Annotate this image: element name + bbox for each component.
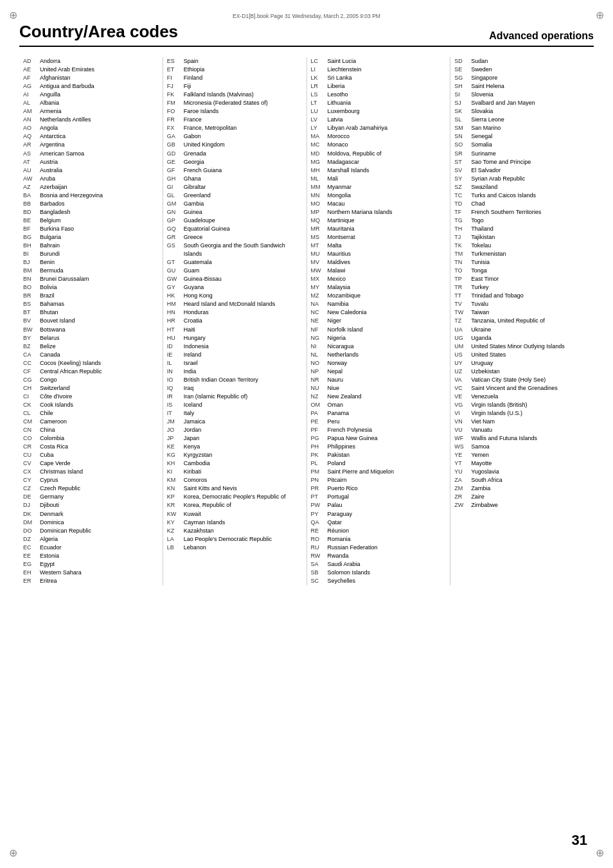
country-code: MO — [311, 200, 325, 208]
country-name: Macau — [328, 200, 447, 208]
country-code: KM — [167, 476, 181, 484]
country-name: Cameroon — [40, 418, 159, 426]
country-code: TV — [454, 300, 468, 308]
country-code: AR — [23, 141, 37, 149]
table-row: TGTogo — [454, 217, 590, 225]
column-0: ADAndorraAEUnited Arab EmiratesAFAfghani… — [19, 57, 163, 585]
table-row: LRLiberia — [311, 82, 447, 91]
country-name: Austria — [40, 158, 159, 166]
country-name: Burkina Faso — [40, 225, 159, 233]
country-name: Turkmenistan — [471, 250, 590, 258]
table-row: AMArmenia — [23, 107, 159, 116]
country-code: PG — [311, 434, 325, 443]
country-code: MD — [311, 150, 325, 158]
country-name: Papua New Guinea — [328, 434, 447, 443]
country-code: CY — [23, 476, 37, 484]
country-code: HN — [167, 308, 181, 317]
country-code: KZ — [167, 527, 181, 535]
country-name: Hong Kong — [184, 292, 303, 300]
country-code: FJ — [167, 82, 181, 91]
table-row: IOBritish Indian Ocean Territory — [167, 376, 303, 384]
country-code: PL — [311, 459, 325, 468]
table-row: IEIreland — [167, 351, 303, 359]
country-code: PK — [311, 451, 325, 459]
country-code: BE — [23, 217, 37, 225]
country-code: TK — [454, 242, 468, 250]
country-code: AW — [23, 175, 37, 183]
table-row: KMComoros — [167, 476, 303, 484]
country-code: IO — [167, 376, 181, 384]
country-name: Kenya — [184, 443, 303, 451]
country-code: NF — [311, 326, 325, 334]
country-code: GI — [167, 183, 181, 191]
country-code: ZW — [454, 501, 468, 509]
country-name: Mali — [328, 175, 447, 183]
country-code: PE — [311, 418, 325, 426]
country-code: MT — [311, 242, 325, 250]
country-name: Swaziland — [471, 183, 590, 191]
table-row: MTMalta — [311, 242, 447, 250]
country-name: Cambodia — [184, 459, 303, 468]
country-name: Turkey — [471, 283, 590, 292]
country-name: Greece — [184, 233, 303, 242]
country-name: Israel — [184, 359, 303, 368]
table-row: UGUganda — [454, 334, 590, 342]
table-row: KNSaint Kitts and Nevis — [167, 484, 303, 493]
country-code: MG — [311, 158, 325, 166]
country-code: GN — [167, 208, 181, 217]
country-name: Cocos (Keeling) Islands — [40, 359, 159, 368]
country-name: New Caledonia — [328, 308, 447, 317]
column-2: LCSaint LuciaLILiechtensteinLKSri LankaL… — [307, 57, 451, 585]
table-row: UZUzbekistan — [454, 368, 590, 376]
table-row: MNMongolia — [311, 191, 447, 200]
country-code: RE — [311, 527, 325, 535]
country-name: South Africa — [471, 476, 590, 484]
table-row: HTHaiti — [167, 326, 303, 334]
country-name: Ireland — [184, 351, 303, 359]
table-row: GQEquatorial Guinea — [167, 225, 303, 233]
country-name: Belgium — [40, 217, 159, 225]
country-code: NG — [311, 334, 325, 342]
country-code: MS — [311, 233, 325, 242]
page-number: 31 — [572, 832, 587, 849]
table-row: MXMexico — [311, 275, 447, 283]
country-code: CX — [23, 468, 37, 476]
country-code: AU — [23, 166, 37, 175]
country-name: Saint Pierre and Miquelon — [328, 468, 447, 476]
table-row: FOFaroe Islands — [167, 107, 303, 116]
table-row: ASAmerican Samoa — [23, 150, 159, 158]
table-row: TFFrench Southern Territories — [454, 208, 590, 217]
country-code: PF — [311, 426, 325, 434]
table-row: YEYemen — [454, 451, 590, 459]
country-code: SR — [454, 150, 468, 158]
table-row: BWBotswana — [23, 326, 159, 334]
country-name: Czech Republic — [40, 484, 159, 493]
table-row: UYUruguay — [454, 359, 590, 368]
table-row: GNGuinea — [167, 208, 303, 217]
table-row: DODominican Republic — [23, 527, 159, 535]
country-name: Vanuatu — [471, 426, 590, 434]
country-name: Liechtenstein — [328, 66, 447, 74]
table-row: GBUnited Kingdom — [167, 141, 303, 149]
country-name: Cyprus — [40, 476, 159, 484]
table-row: PWPalau — [311, 501, 447, 509]
country-code: US — [454, 351, 468, 359]
table-row: LCSaint Lucia — [311, 57, 447, 66]
country-name: Réunion — [328, 527, 447, 535]
country-code: TR — [454, 283, 468, 292]
table-row: LKSri Lanka — [311, 74, 447, 82]
country-code: PW — [311, 501, 325, 509]
country-name: Ghana — [184, 175, 303, 183]
country-name: Guatemala — [184, 258, 303, 267]
country-name: Norfolk Island — [328, 326, 447, 334]
country-code: TO — [454, 267, 468, 275]
country-name: Venezuela — [471, 393, 590, 401]
country-name: Eritrea — [40, 577, 159, 585]
country-name: Brunei Darussalam — [40, 275, 159, 283]
country-code: YE — [454, 451, 468, 459]
country-name: Uzbekistan — [471, 368, 590, 376]
country-code: BB — [23, 200, 37, 208]
country-code: CF — [23, 368, 37, 376]
country-name: Zaire — [471, 493, 590, 501]
country-name: Ecuador — [40, 544, 159, 552]
